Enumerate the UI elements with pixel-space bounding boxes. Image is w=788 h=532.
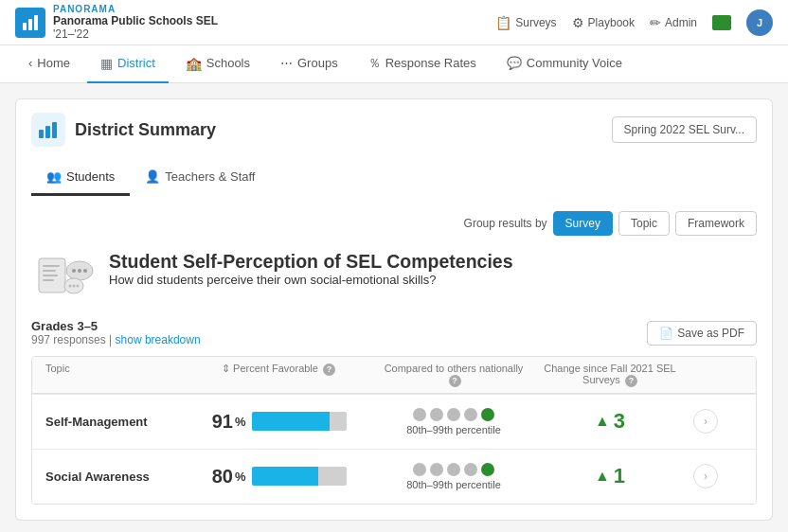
dot-0-3	[464, 408, 477, 421]
second-nav: ‹ Home ▦ District 🏫 Schools ⋯ Groups ％ R…	[0, 45, 788, 83]
compare-help-icon[interactable]: ?	[449, 375, 461, 387]
ds-icon	[31, 113, 65, 147]
dot-1-1	[430, 463, 443, 476]
change-help-icon[interactable]: ?	[625, 375, 637, 387]
topic-cell-1: Social Awareness	[32, 456, 184, 497]
change-val-1: ▲ 1	[542, 464, 678, 488]
admin-label: Admin	[665, 16, 697, 29]
topic-cell-0: Self-Management	[32, 401, 184, 442]
row-chevron-1[interactable]: ›	[693, 464, 718, 488]
dots-row-1	[381, 463, 527, 476]
svg-rect-2	[34, 15, 38, 30]
survey-subtitle: How did students perceive their own soci…	[109, 273, 513, 287]
group-by-survey-button[interactable]: Survey	[553, 211, 613, 236]
nav-tab-groups[interactable]: ⋯ Groups	[267, 45, 351, 83]
dot-0-1	[430, 408, 443, 421]
percent-sym-0: %	[235, 415, 246, 429]
admin-nav-link[interactable]: ✏ Admin	[650, 15, 697, 30]
change-arrow-1: ▲	[595, 468, 610, 485]
logo-icon	[15, 8, 45, 38]
app-title: PANORAMA Panorama Public Schools SEL '21…	[53, 4, 218, 41]
top-nav-right: 📋 Surveys ⚙ Playbook ✏ Admin J	[495, 9, 773, 36]
survey-icon	[31, 251, 98, 308]
surveys-nav-link[interactable]: 📋 Surveys	[495, 15, 556, 30]
table-header: Topic ⇕ Percent Favorable ? Compared to …	[32, 357, 756, 394]
tab-students[interactable]: 👥 Students	[31, 160, 130, 196]
nav-tab-schools[interactable]: 🏫 Schools	[172, 45, 263, 83]
compare-cell-1: 80th–99th percentile	[373, 450, 534, 504]
svg-rect-10	[43, 279, 54, 281]
table-row: Social Awareness 80 %	[32, 449, 756, 504]
grades-text: Grades 3–5	[31, 319, 201, 333]
tab-teachers[interactable]: 👤 Teachers & Staff	[130, 160, 270, 196]
svg-rect-4	[45, 126, 50, 138]
change-number-1: 1	[614, 464, 625, 488]
group-by-topic-button[interactable]: Topic	[618, 211, 670, 236]
nav-tab-district-label: District	[117, 56, 155, 70]
svg-point-17	[72, 284, 75, 287]
group-by-framework-button[interactable]: Framework	[675, 211, 757, 236]
percent-cell-1: 80 %	[184, 452, 373, 501]
nav-tab-district[interactable]: ▦ District	[87, 45, 169, 83]
svg-point-16	[68, 284, 71, 287]
playbook-icon: ⚙	[572, 15, 584, 30]
group-results-row: Group results by Survey Topic Framework	[31, 211, 757, 236]
survey-title: Student Self-Perception of SEL Competenc…	[109, 251, 513, 273]
nav-tab-home-chevron: ‹	[28, 56, 32, 70]
row-chevron-0[interactable]: ›	[693, 409, 718, 434]
response-rates-icon: ％	[368, 55, 381, 72]
save-pdf-label: Save as PDF	[677, 327, 744, 340]
col-change-label: Change since Fall 2021 SEL Surveys	[544, 363, 675, 385]
bar-1	[252, 467, 347, 486]
bar-empty-0	[330, 412, 347, 431]
district-summary-title: District Summary	[75, 120, 216, 140]
show-breakdown-link[interactable]: show breakdown	[116, 333, 201, 346]
app-title-line2: '21–'22	[53, 27, 218, 41]
survey-selector-button[interactable]: Spring 2022 SEL Surv...	[612, 116, 757, 143]
data-table: Topic ⇕ Percent Favorable ? Compared to …	[31, 356, 757, 505]
svg-point-18	[76, 284, 79, 287]
dot-1-3	[464, 463, 477, 476]
nav-tab-response-rates-label: Response Rates	[385, 56, 476, 70]
app-title-line1: Panorama Public Schools SEL	[53, 14, 218, 27]
percentile-0: 80th–99th percentile	[381, 424, 527, 435]
dot-0-0	[413, 408, 426, 421]
top-nav: PANORAMA Panorama Public Schools SEL '21…	[0, 0, 788, 45]
svg-rect-3	[39, 130, 44, 138]
col-header-topic: Topic	[32, 357, 184, 393]
svg-point-14	[83, 269, 87, 273]
bar-filled-0	[252, 412, 330, 431]
logo-area: PANORAMA Panorama Public Schools SEL '21…	[15, 4, 218, 41]
nav-tab-response-rates[interactable]: ％ Response Rates	[355, 45, 490, 83]
tabs-bar: 👥 Students 👤 Teachers & Staff	[15, 160, 773, 196]
nav-tab-home[interactable]: ‹ Home	[15, 45, 83, 83]
save-pdf-button[interactable]: 📄 Save as PDF	[647, 321, 757, 346]
main-card: Group results by Survey Topic Framework	[15, 196, 773, 521]
col-header-compare: Compared to others nationally ?	[373, 357, 534, 393]
flag-icon[interactable]	[712, 15, 731, 30]
percent-value-1: 80	[191, 466, 233, 488]
ds-title-area: District Summary	[31, 113, 216, 147]
compare-cell-0: 80th–99th percentile	[373, 395, 534, 449]
surveys-label: Surveys	[515, 16, 556, 29]
tab-teachers-label: Teachers & Staff	[165, 169, 255, 184]
grades-row: Grades 3–5 997 responses | show breakdow…	[31, 319, 757, 346]
col-header-change: Change since Fall 2021 SEL Surveys ?	[534, 357, 686, 393]
nav-tab-home-label: Home	[37, 56, 70, 70]
group-results-label: Group results by	[464, 217, 547, 230]
user-avatar[interactable]: J	[746, 9, 773, 36]
nav-tab-community-voice[interactable]: 💬 Community Voice	[493, 45, 636, 83]
district-icon: ▦	[100, 56, 113, 71]
svg-rect-0	[23, 23, 27, 30]
bar-0	[252, 412, 347, 431]
percent-help-icon[interactable]: ?	[323, 364, 335, 376]
col-header-percent: ⇕ Percent Favorable ?	[184, 357, 373, 393]
district-summary-header: District Summary Spring 2022 SEL Surv...	[15, 98, 773, 160]
survey-text: Student Self-Perception of SEL Competenc…	[109, 251, 513, 287]
svg-rect-8	[43, 270, 56, 272]
playbook-nav-link[interactable]: ⚙ Playbook	[572, 15, 635, 30]
nav-tab-community-voice-label: Community Voice	[527, 56, 622, 70]
nav-tab-schools-label: Schools	[206, 56, 250, 70]
col-percent-label: ⇕ Percent Favorable	[222, 363, 318, 374]
dot-1-0	[413, 463, 426, 476]
